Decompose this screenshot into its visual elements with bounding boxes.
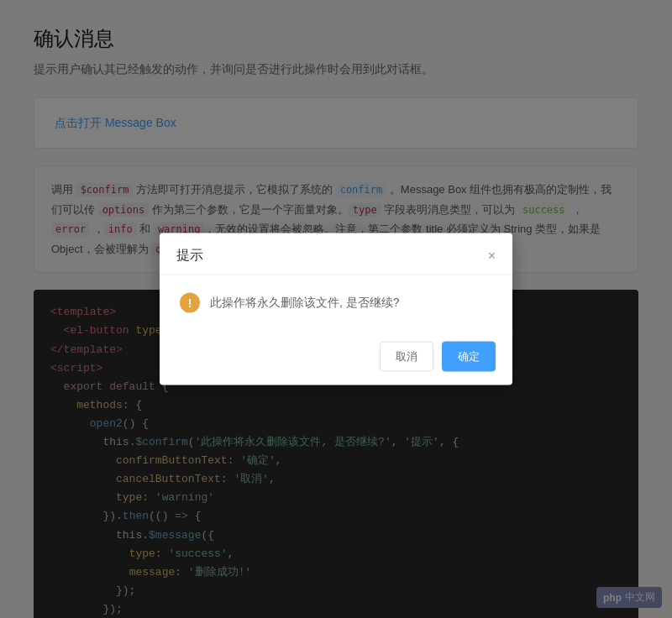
page-container: 确认消息 提示用户确认其已经触发的动作，并询问是否进行此操作时会用到此对话框。 …	[0, 0, 672, 618]
dialog-footer: 取消 确定	[160, 333, 512, 385]
dialog-close-icon[interactable]: ×	[488, 249, 496, 262]
warning-icon: !	[180, 293, 200, 313]
confirm-dialog: 提示 × ! 此操作将永久删除该文件, 是否继续? 取消 确定	[160, 233, 512, 385]
confirm-button[interactable]: 确定	[442, 342, 496, 372]
dialog-message: 此操作将永久删除该文件, 是否继续?	[210, 292, 400, 312]
dialog-header: 提示 ×	[160, 233, 512, 275]
cancel-button[interactable]: 取消	[380, 342, 433, 372]
dialog-body: ! 此操作将永久删除该文件, 是否继续?	[160, 275, 512, 333]
dialog-title: 提示	[176, 247, 203, 264]
